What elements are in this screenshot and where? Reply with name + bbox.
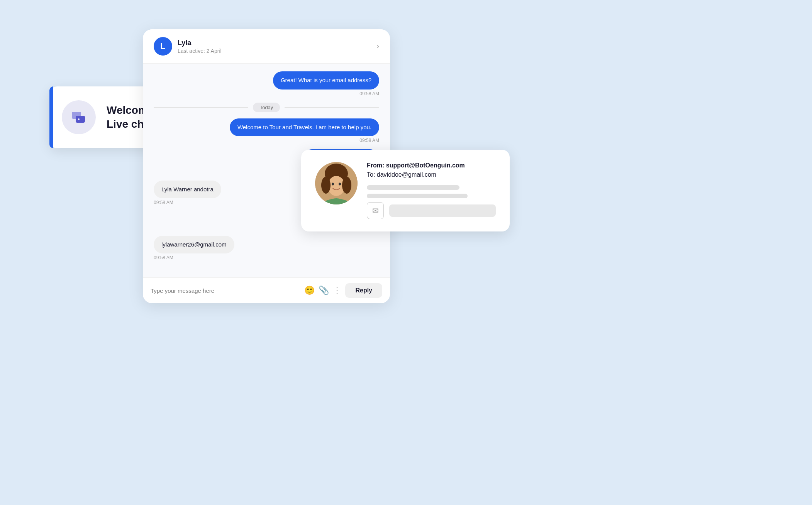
svg-point-2 (78, 118, 80, 120)
email-bottom-row: ✉ (367, 202, 496, 219)
bubble-text: lylawarner26@gmail.com (154, 236, 234, 254)
svg-point-9 (339, 183, 341, 186)
welcome-icon (62, 100, 96, 134)
bubble-text: Welcome to Tour and Travels. I am here t… (230, 118, 379, 137)
chat-contact-name: Lyla (178, 39, 376, 47)
bubble-time: 09:58 AM (154, 200, 173, 205)
svg-point-8 (332, 183, 334, 186)
bubble-time: 09:58 AM (359, 138, 379, 143)
email-to: To: daviddoe@gmail.com (367, 171, 496, 178)
message-1: Great! What is your email address? 09:58… (154, 71, 379, 96)
bubble-time: 09:58 AM (154, 255, 173, 260)
chat-avatar: L (154, 37, 172, 56)
chat-message-input[interactable] (151, 287, 300, 294)
bubble-text: Great! What is your email address? (273, 71, 379, 90)
chat-header-chevron-icon[interactable]: › (376, 41, 379, 51)
reply-button[interactable]: Reply (345, 283, 382, 298)
email-from: From: support@BotOenguin.com (367, 162, 496, 169)
email-placeholder-line-2 (367, 194, 468, 198)
bubble-text: Lyla Warner andotra (154, 181, 221, 199)
more-options-icon[interactable]: ⋮ (333, 285, 341, 296)
email-reply-bar (389, 204, 496, 217)
date-label: Today (253, 103, 280, 112)
email-card: From: support@BotOenguin.com To: daviddo… (301, 150, 510, 231)
email-mail-icon: ✉ (367, 202, 384, 219)
chat-input-bar: 🙂 📎 ⋮ Reply (143, 277, 390, 303)
message-2: Welcome to Tour and Travels. I am here t… (154, 118, 379, 144)
emoji-icon[interactable]: 🙂 (304, 285, 315, 296)
divider-line-left (154, 107, 248, 108)
email-info: From: support@BotOenguin.com To: daviddo… (367, 162, 496, 219)
email-avatar (315, 162, 358, 204)
chat-header: L Lyla Last active: 2 April › (143, 29, 390, 64)
date-divider: Today (154, 103, 379, 112)
bubble-time: 09:58 AM (359, 91, 379, 96)
chat-header-info: Lyla Last active: 2 April (178, 39, 376, 54)
email-placeholder-line-1 (367, 185, 459, 190)
chat-contact-status: Last active: 2 April (178, 48, 376, 54)
svg-point-7 (342, 177, 351, 194)
divider-line-right (285, 107, 379, 108)
message-6: lylawarner26@gmail.com 09:58 AM (154, 236, 379, 261)
svg-point-6 (321, 177, 331, 194)
attachment-icon[interactable]: 📎 (319, 285, 329, 296)
welcome-card-accent (49, 86, 53, 148)
svg-rect-1 (76, 116, 85, 123)
